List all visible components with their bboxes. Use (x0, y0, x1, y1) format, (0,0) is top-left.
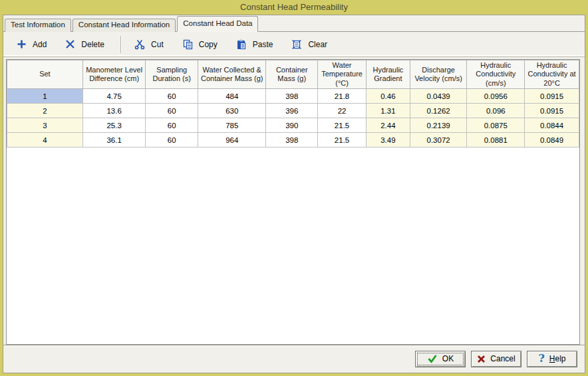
table-cell[interactable]: 0.1262 (410, 104, 467, 118)
toolbar-separator (120, 36, 121, 53)
table-cell[interactable]: 2.44 (367, 118, 410, 133)
table-cell[interactable]: 13.6 (82, 104, 146, 118)
table-cell[interactable]: 4 (7, 133, 83, 147)
cut-label: Cut (151, 40, 164, 49)
delete-button[interactable]: Delete (61, 37, 108, 52)
column-header: Manometer Level Difference (cm) (82, 60, 146, 89)
table-cell[interactable]: 0.0844 (525, 118, 579, 133)
table-cell[interactable]: 2 (7, 104, 83, 118)
clear-label: Clear (308, 40, 327, 49)
question-mark-icon: ? (538, 353, 544, 364)
table-row: 436.16096439821.53.490.30720.08810.0849 (7, 133, 579, 147)
table-cell[interactable]: 36.1 (82, 133, 146, 147)
table-cell[interactable]: 0.0439 (410, 89, 467, 104)
table-cell[interactable]: 25.3 (82, 118, 146, 133)
tab-constant-head-information[interactable]: Constant Head Information (73, 19, 176, 32)
table-cell[interactable]: 60 (146, 133, 198, 147)
copy-label: Copy (199, 40, 218, 49)
table-cell[interactable]: 0.0915 (525, 89, 579, 104)
title-bar: Constant Head Permeability (3, 0, 585, 15)
tab-test-information[interactable]: Test Information (5, 19, 71, 32)
column-header: Water Collected & Container Mass (g) (198, 60, 266, 89)
table-cell[interactable]: 398 (266, 89, 318, 104)
table-cell[interactable]: 0.0875 (467, 118, 525, 133)
dialog-body: Test Information Constant Head Informati… (3, 15, 585, 373)
paste-button[interactable]: Paste (232, 37, 277, 52)
table-cell[interactable]: 1.31 (367, 104, 410, 118)
table-cell[interactable]: 0.0956 (467, 89, 525, 104)
table-cell[interactable]: 22 (318, 104, 367, 118)
column-header: Discharge Velocity (cm/s) (410, 60, 467, 89)
column-header: Hydraulic Conductivity (cm/s) (467, 60, 525, 89)
help-label: Help (549, 354, 566, 363)
header-row: SetManometer Level Difference (cm)Sampli… (7, 60, 579, 89)
column-header: Set (7, 60, 83, 89)
table-row: 325.36078539021.52.440.21390.08750.0844 (7, 118, 579, 133)
table-cell[interactable]: 0.2139 (410, 118, 467, 133)
clear-cells-icon (291, 39, 302, 50)
scissors-icon (134, 39, 145, 50)
check-icon (427, 354, 438, 363)
table-cell[interactable]: 398 (266, 133, 318, 147)
cross-icon (477, 355, 486, 363)
table-cell[interactable]: 0.0881 (467, 133, 525, 147)
table-cell[interactable]: 0.46 (367, 89, 410, 104)
window-title: Constant Head Permeability (240, 2, 348, 12)
column-header: Hydraulic Gradient (367, 60, 410, 89)
copy-pages-icon (182, 39, 193, 50)
column-header: Water Temperature (°C) (318, 60, 367, 89)
table-cell[interactable]: 0.0849 (525, 133, 579, 147)
button-bar: OK Cancel ? Help (3, 345, 585, 373)
table-cell[interactable]: 1 (7, 89, 83, 104)
cancel-button[interactable]: Cancel (471, 351, 521, 367)
table-cell[interactable]: 4.75 (82, 89, 146, 104)
table-cell[interactable]: 21.5 (318, 118, 367, 133)
add-label: Add (33, 40, 47, 49)
column-header: Container Mass (g) (266, 60, 318, 89)
toolbar: Add Delete Cut (3, 32, 585, 57)
table-cell[interactable]: 964 (198, 133, 266, 147)
clear-button[interactable]: Clear (287, 37, 331, 52)
add-button[interactable]: Add (13, 37, 51, 52)
table-cell[interactable]: 60 (146, 89, 198, 104)
table-cell[interactable]: 396 (266, 104, 318, 118)
table-cell[interactable]: 60 (146, 104, 198, 118)
column-header: Hydraulic Conductivity at 20°C (525, 60, 579, 89)
ok-label: OK (442, 354, 454, 363)
tab-constant-head-data[interactable]: Constant Head Data (177, 16, 258, 32)
table-cell[interactable]: 390 (266, 118, 318, 133)
table-cell[interactable]: 0.3072 (410, 133, 467, 147)
table-cell[interactable]: 21.8 (318, 89, 367, 104)
table-row: 213.660630396221.310.12620.0960.0915 (7, 104, 579, 118)
table-cell[interactable]: 484 (198, 89, 266, 104)
table-cell[interactable]: 60 (146, 118, 198, 133)
table-cell[interactable]: 785 (198, 118, 266, 133)
tab-strip: Test Information Constant Head Informati… (3, 15, 585, 32)
plus-icon (17, 39, 27, 49)
help-button[interactable]: ? Help (527, 351, 577, 367)
cancel-label: Cancel (490, 354, 515, 363)
table-cell[interactable]: 21.5 (318, 133, 367, 147)
dialog-window: Constant Head Permeability Test Informat… (0, 0, 588, 376)
table-cell[interactable]: 630 (198, 104, 266, 118)
table-cell[interactable]: 0.0915 (525, 104, 579, 118)
delete-label: Delete (81, 40, 104, 49)
copy-button[interactable]: Copy (178, 37, 221, 52)
delete-x-icon (65, 39, 75, 49)
paste-label: Paste (253, 40, 273, 49)
table-cell[interactable]: 3 (7, 118, 83, 133)
table-cell[interactable]: 3.49 (367, 133, 410, 147)
table-row: 14.756048439821.80.460.04390.09560.0915 (7, 89, 579, 104)
data-grid: SetManometer Level Difference (cm)Sampli… (6, 59, 580, 345)
column-header: Sampling Duration (s) (146, 60, 198, 89)
cut-button[interactable]: Cut (130, 37, 168, 52)
clipboard-paste-icon (236, 39, 247, 50)
table-cell[interactable]: 0.096 (467, 104, 525, 118)
ok-button[interactable]: OK (415, 351, 466, 367)
